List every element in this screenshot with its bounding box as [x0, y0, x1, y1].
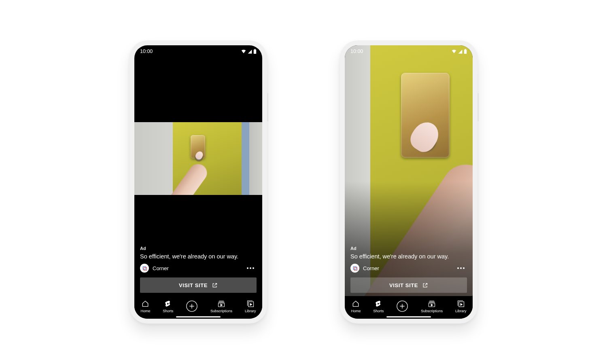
nav-subscriptions-label: Subscriptions	[421, 309, 443, 313]
library-icon	[246, 300, 255, 308]
status-bar: 10:00	[140, 49, 257, 54]
nav-shorts-label: Shorts	[373, 309, 384, 313]
ad-headline: So efficient, we're already on our way.	[350, 253, 467, 260]
gesture-bar	[386, 316, 431, 318]
ad-badge: Ad	[140, 246, 257, 251]
subscriptions-icon	[428, 300, 436, 308]
ad-badge: Ad	[350, 246, 467, 251]
bottom-nav: Home Shorts Subscriptions Library	[345, 296, 473, 319]
external-link-icon	[422, 282, 428, 288]
shorts-icon	[374, 300, 382, 308]
gesture-bar	[176, 316, 221, 318]
nav-home[interactable]: Home	[140, 300, 150, 313]
nav-library[interactable]: Library	[455, 300, 467, 313]
bottom-nav: Home Shorts Subscriptions Library	[134, 296, 262, 319]
advertiser-name: Corner	[153, 265, 169, 271]
nav-shorts-label: Shorts	[163, 309, 173, 313]
svg-rect-1	[254, 49, 255, 50]
ad-overlay: Ad So efficient, we're already on our wa…	[140, 246, 257, 293]
nav-home[interactable]: Home	[351, 300, 361, 313]
nav-home-label: Home	[351, 309, 361, 313]
video-frame-letterboxed	[134, 122, 262, 195]
status-time: 10:00	[350, 49, 363, 54]
wifi-icon	[241, 49, 246, 54]
library-icon	[457, 300, 465, 308]
nav-library-label: Library	[245, 309, 256, 313]
battery-icon	[253, 49, 257, 54]
nav-library-label: Library	[455, 309, 467, 313]
home-icon	[141, 300, 149, 308]
status-icons	[451, 49, 467, 54]
signal-icon	[247, 49, 253, 54]
ad-overlay: Ad So efficient, we're already on our wa…	[350, 246, 467, 293]
home-icon	[352, 300, 360, 308]
ad-headline: So efficient, we're already on our way.	[140, 253, 257, 260]
cta-label: VISIT SITE	[389, 282, 418, 288]
advertiser-row[interactable]: Corner	[350, 264, 379, 273]
nav-subscriptions-label: Subscriptions	[210, 309, 232, 313]
svg-rect-0	[254, 49, 256, 53]
svg-rect-3	[144, 267, 146, 270]
signal-icon	[458, 49, 463, 54]
screen: 10:00 Ad So efficient, we're already on …	[345, 45, 473, 319]
nav-home-label: Home	[140, 309, 150, 313]
cta-label: VISIT SITE	[179, 282, 208, 288]
more-options-button[interactable]	[455, 265, 467, 271]
nav-create[interactable]	[396, 300, 408, 312]
external-link-icon	[212, 282, 218, 288]
advertiser-avatar	[140, 264, 149, 273]
advertiser-name: Corner	[363, 265, 379, 271]
phone-mock-right: 10:00 Ad So efficient, we're already on …	[340, 40, 478, 324]
advertiser-logo-icon	[142, 266, 147, 271]
svg-rect-9	[353, 267, 356, 269]
svg-rect-10	[354, 267, 357, 270]
screen: 10:00	[134, 45, 262, 319]
plus-circle-icon	[396, 300, 408, 312]
shorts-icon	[164, 300, 172, 308]
svg-rect-7	[464, 49, 467, 53]
battery-icon	[464, 49, 467, 54]
svg-rect-8	[465, 49, 466, 50]
wifi-icon	[451, 49, 457, 54]
more-options-button[interactable]	[244, 265, 257, 271]
advertiser-logo-icon	[352, 266, 358, 271]
subscriptions-icon	[217, 300, 225, 308]
nav-subscriptions[interactable]: Subscriptions	[210, 300, 232, 313]
status-time: 10:00	[140, 49, 153, 54]
visit-site-button[interactable]: VISIT SITE	[350, 277, 467, 293]
visit-site-button[interactable]: VISIT SITE	[140, 277, 257, 293]
phone-mock-left: 10:00	[129, 40, 267, 324]
advertiser-avatar	[350, 264, 359, 273]
nav-shorts[interactable]: Shorts	[163, 300, 173, 313]
svg-rect-2	[143, 267, 146, 269]
nav-shorts[interactable]: Shorts	[373, 300, 384, 313]
nav-subscriptions[interactable]: Subscriptions	[421, 300, 443, 313]
nav-library[interactable]: Library	[245, 300, 256, 313]
advertiser-row[interactable]: Corner	[140, 264, 169, 273]
nav-create[interactable]	[186, 300, 198, 312]
status-bar: 10:00	[350, 49, 467, 54]
plus-circle-icon	[186, 300, 198, 312]
status-icons	[241, 49, 257, 54]
